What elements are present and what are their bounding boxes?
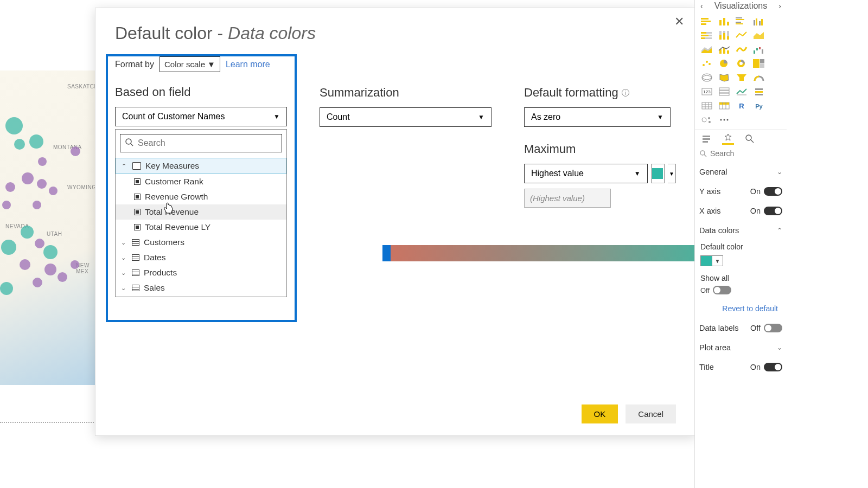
default-formatting-select[interactable]: As zero ▼ — [524, 107, 671, 127]
tree-key-measures[interactable]: ⌃ Key Measures — [116, 158, 286, 174]
format-plot-area[interactable]: Plot area ⌄ — [699, 338, 782, 357]
info-icon[interactable]: i — [622, 89, 629, 97]
format-tab[interactable] — [722, 133, 734, 145]
multi-row-card-icon[interactable] — [717, 86, 732, 98]
svg-rect-5 — [719, 20, 722, 25]
tree-label: Customer Rank — [145, 177, 203, 187]
format-title[interactable]: Title On — [699, 357, 782, 377]
svg-rect-76 — [703, 138, 710, 140]
filled-map-icon[interactable] — [717, 72, 732, 84]
tree-customers[interactable]: ⌄ Customers — [116, 235, 286, 250]
field-search-input[interactable] — [138, 138, 277, 148]
format-y-axis[interactable]: Y axis On — [699, 182, 782, 201]
gauge-chart-icon[interactable] — [751, 72, 767, 84]
svg-rect-15 — [761, 19, 763, 25]
more-visuals-icon[interactable] — [717, 114, 732, 126]
svg-point-74 — [727, 119, 729, 121]
format-general[interactable]: General ⌄ — [699, 162, 782, 182]
table-icon[interactable] — [699, 100, 714, 112]
fields-tab[interactable] — [700, 133, 712, 145]
tree-sales[interactable]: ⌄ Sales — [116, 280, 286, 296]
map-label-utah: UTAH — [47, 231, 62, 237]
clustered-column-chart-icon[interactable] — [751, 15, 767, 27]
tree-total-revenue-ly[interactable]: Total Revenue LY — [116, 220, 286, 235]
pie-chart-icon[interactable] — [717, 57, 732, 69]
tree-total-revenue[interactable]: Total Revenue — [116, 204, 286, 220]
visualization-gallery: 123 R Py — [695, 12, 787, 129]
clustered-bar-chart-icon[interactable] — [734, 15, 749, 27]
based-on-field-select[interactable]: Count of Customer Names ▼ — [115, 107, 287, 126]
field-search[interactable] — [120, 134, 282, 152]
tree-revenue-growth[interactable]: Revenue Growth — [116, 189, 286, 204]
svg-point-78 — [746, 135, 751, 140]
kpi-icon[interactable] — [734, 86, 749, 98]
maximum-select[interactable]: Highest value ▼ — [524, 164, 648, 183]
pane-collapse-left-icon[interactable]: ‹ — [698, 2, 705, 10]
revert-to-default-link[interactable]: Revert to default — [700, 294, 782, 318]
tree-products[interactable]: ⌄ Products — [116, 265, 286, 280]
maximum-color-caret[interactable]: ▼ — [668, 164, 676, 183]
svg-rect-13 — [756, 18, 757, 25]
slicer-icon[interactable] — [751, 86, 767, 98]
tree-label: Customers — [144, 237, 184, 247]
tree-label: Products — [144, 268, 177, 278]
r-visual-icon[interactable]: R — [734, 100, 749, 112]
line-chart-icon[interactable] — [734, 29, 749, 41]
y-axis-toggle[interactable] — [764, 187, 782, 196]
python-visual-icon[interactable]: Py — [751, 100, 767, 112]
donut-chart-icon[interactable] — [734, 57, 749, 69]
summarization-select[interactable]: Count ▼ — [320, 107, 492, 127]
hundred-stacked-bar-icon[interactable] — [699, 29, 714, 41]
format-data-colors[interactable]: Data colors ⌃ — [699, 221, 782, 240]
format-by-select[interactable]: Color scale ▼ — [159, 56, 220, 72]
default-color-swatch[interactable] — [700, 255, 712, 266]
show-all-toggle[interactable] — [713, 286, 731, 294]
x-axis-toggle[interactable] — [764, 207, 782, 215]
stacked-column-chart-icon[interactable] — [717, 15, 732, 27]
maximum-color-swatch[interactable] — [651, 164, 665, 183]
stacked-area-chart-icon[interactable] — [699, 43, 714, 55]
cancel-button[interactable]: Cancel — [626, 404, 676, 423]
svg-rect-37 — [762, 49, 763, 54]
learn-more-link[interactable]: Learn more — [226, 60, 270, 69]
stacked-bar-chart-icon[interactable] — [699, 15, 714, 27]
tree-customer-rank[interactable]: Customer Rank — [116, 174, 286, 189]
funnel-chart-icon[interactable] — [734, 72, 749, 84]
chevron-down-icon: ⌄ — [121, 285, 127, 292]
measure-icon — [134, 209, 141, 215]
card-icon[interactable]: 123 — [699, 86, 714, 98]
scatter-chart-icon[interactable] — [699, 57, 714, 69]
tree-dates[interactable]: ⌄ Dates — [116, 250, 286, 265]
ribbon-chart-icon[interactable] — [734, 43, 749, 55]
default-color-dropdown[interactable]: ▼ — [712, 255, 723, 266]
format-x-axis[interactable]: X axis On — [699, 201, 782, 221]
tree-label: Total Revenue — [145, 207, 199, 217]
hundred-stacked-column-icon[interactable] — [717, 29, 732, 41]
svg-line-1 — [131, 144, 133, 146]
treemap-chart-icon[interactable] — [751, 57, 767, 69]
title-toggle[interactable] — [764, 363, 782, 371]
close-icon[interactable]: ✕ — [673, 16, 686, 29]
matrix-icon[interactable] — [717, 100, 732, 112]
format-data-labels[interactable]: Data labels Off — [699, 318, 782, 338]
waterfall-chart-icon[interactable] — [751, 43, 767, 55]
svg-rect-7 — [727, 22, 729, 25]
line-stacked-column-icon[interactable] — [717, 43, 732, 55]
svg-rect-44 — [753, 59, 760, 68]
map-icon[interactable] — [699, 72, 714, 84]
chevron-up-icon: ⌃ — [122, 163, 128, 170]
data-labels-toggle[interactable] — [764, 324, 782, 332]
area-chart-icon[interactable] — [751, 29, 767, 41]
svg-point-39 — [706, 61, 708, 63]
svg-rect-14 — [759, 21, 761, 25]
format-search[interactable]: Search — [699, 149, 782, 158]
default-color-label: Default color — [700, 240, 782, 253]
ok-button[interactable]: OK — [582, 404, 618, 423]
pane-collapse-right-icon[interactable]: › — [776, 2, 783, 10]
dialog-title-suffix: Data colors — [228, 23, 316, 43]
analytics-tab[interactable] — [744, 133, 756, 145]
visualizations-pane: ‹ Visualizations › 123 — [694, 0, 787, 488]
gradient-min-handle[interactable] — [382, 245, 391, 261]
key-influencers-icon[interactable] — [699, 114, 714, 126]
default-formatting-label: Default formatting i — [524, 86, 676, 100]
